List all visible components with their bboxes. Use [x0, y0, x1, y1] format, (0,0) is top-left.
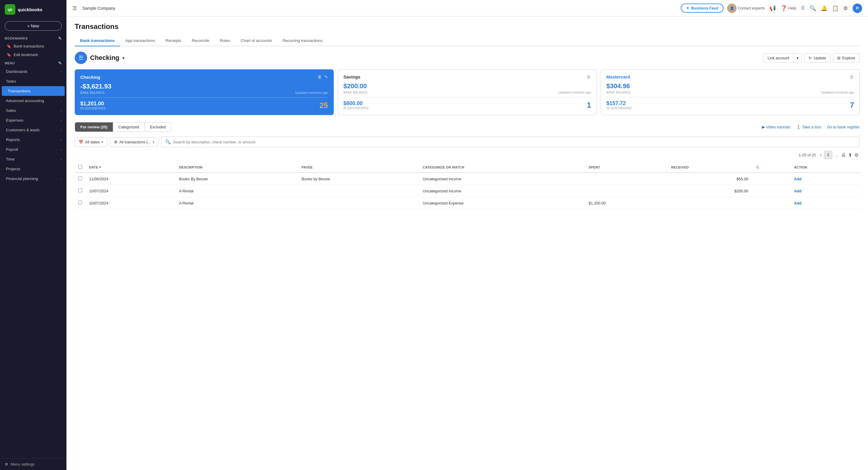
mastercard-card[interactable]: Mastercard 🗑 $304.96 BANK BALANCE Update… — [601, 69, 860, 115]
sidebar-item-financial-planning[interactable]: Financial planning › — [0, 174, 66, 183]
tab-bank-transactions[interactable]: Bank transactions — [75, 35, 120, 46]
tab-chart-of-accounts[interactable]: Chart of accounts — [236, 35, 277, 46]
tab-reconcile[interactable]: Reconcile — [186, 35, 214, 46]
menu-section-header[interactable]: MENU ✎ — [0, 59, 66, 67]
card-header: Savings 🗑 — [343, 74, 591, 79]
date-filter-dropdown[interactable]: 📅 All dates ▾ — [75, 137, 107, 147]
trash-icon[interactable]: 🗑 — [317, 74, 322, 80]
tab-recurring-transactions[interactable]: Recurring transactions — [277, 35, 328, 46]
link-account-dropdown-button[interactable]: ▾ — [794, 54, 802, 62]
add-button[interactable]: Add — [794, 177, 802, 181]
select-all-checkbox[interactable] — [78, 165, 82, 169]
notifications-icon[interactable]: 🔔 — [821, 5, 827, 11]
tab-rules[interactable]: Rules — [214, 35, 236, 46]
megaphone-icon[interactable]: 📢 — [769, 5, 776, 11]
bookmarks-section-header[interactable]: BOOKMARKS ✎ — [0, 34, 66, 42]
edit-menu-icon[interactable]: ✎ — [58, 61, 62, 66]
trash-icon[interactable]: 🗑 — [850, 74, 854, 79]
settings-icon[interactable]: ⚙ — [843, 5, 848, 11]
tab-app-transactions[interactable]: App transactions — [120, 35, 160, 46]
filter-tab-for-review[interactable]: For review (25) — [75, 123, 113, 132]
user-avatar[interactable]: R — [852, 4, 862, 13]
sidebar: qb quickbooks + New BOOKMARKS ✎ 🔖 Bank t… — [0, 0, 66, 470]
sidebar-item-tasks[interactable]: Tasks — [0, 76, 66, 86]
transaction-type-dropdown[interactable]: ⚙ All transactions (... ▾ — [110, 137, 158, 147]
edit-icon[interactable]: ✎ — [324, 74, 328, 80]
sidebar-item-time[interactable]: Time › — [0, 154, 66, 164]
search-box[interactable]: 🔍 — [161, 137, 860, 147]
row-checkbox[interactable] — [78, 201, 82, 204]
add-button[interactable]: Add — [794, 189, 802, 193]
video-tutorials-link[interactable]: ▶ Video tutorials — [762, 125, 790, 129]
link-account-button[interactable]: Link account — [764, 54, 794, 62]
sidebar-item-expenses[interactable]: Expenses › — [0, 115, 66, 125]
row-description: A Rental — [176, 197, 298, 209]
payee-header: PAYEE — [298, 162, 419, 173]
add-button[interactable]: Add — [794, 201, 802, 205]
update-button[interactable]: ↻ Update — [804, 54, 831, 63]
bookmark-edit-label: Edit bookmark — [13, 53, 38, 57]
take-a-tour-link[interactable]: 🚶 Take a tour — [796, 125, 821, 129]
table-row: 10/07/2024 A Rental Uncategorized Income… — [75, 185, 860, 197]
filter-tab-categorized[interactable]: Categorized — [113, 123, 145, 132]
card-bank-label: BANK BALANCE — [343, 91, 368, 94]
edit-bookmarks-icon[interactable]: ✎ — [58, 36, 62, 41]
page-1-button[interactable]: 1 — [824, 151, 832, 159]
sidebar-item-advanced-accounting[interactable]: Advanced accounting › — [0, 96, 66, 106]
tab-receipts[interactable]: Receipts — [160, 35, 187, 46]
hamburger-icon[interactable]: ☰ — [72, 5, 77, 11]
sidebar-item-reports[interactable]: Reports › — [0, 135, 66, 144]
sidebar-item-customers-leads[interactable]: Customers & leads › — [0, 125, 66, 135]
update-icon: ↻ — [809, 56, 812, 60]
bookmarks-label: BOOKMARKS — [5, 37, 28, 40]
export-button[interactable]: ⬆ — [848, 152, 852, 158]
link-account-group: Link account ▾ — [763, 54, 802, 63]
transaction-filter-chevron: ▾ — [153, 140, 154, 144]
card-name: Savings — [343, 74, 361, 79]
company-name: Sample Company — [83, 6, 115, 11]
bookmark-bank-transactions[interactable]: 🔖 Bank transactions — [0, 42, 66, 51]
account-icon: ☰ — [75, 52, 87, 64]
help-action[interactable]: ❓ Help — [781, 5, 796, 11]
print-button[interactable]: 🖨 — [841, 152, 846, 158]
sidebar-logo: qb quickbooks — [0, 0, 66, 19]
bookmark-edit-bookmark[interactable]: 🔖 Edit bookmark — [0, 51, 66, 59]
row-checkbox[interactable] — [78, 189, 82, 192]
account-actions: Link account ▾ ↻ Update ⊞ Explore — [763, 54, 860, 63]
table-settings-icon[interactable]: ⚙ — [855, 152, 859, 158]
go-to-bank-register-link[interactable]: Go to bank register — [827, 125, 860, 129]
clipboard-icon[interactable]: 📋 — [832, 5, 838, 11]
search-input[interactable] — [173, 140, 856, 144]
explore-button[interactable]: ⊞ Explore — [833, 54, 860, 63]
card-header: Mastercard 🗑 — [606, 74, 854, 79]
new-button[interactable]: + New — [5, 21, 62, 31]
search-icon[interactable]: 🔍 — [809, 5, 816, 11]
chevron-icon: › — [61, 177, 62, 180]
business-feed-icon: ✦ — [686, 6, 689, 10]
menu-settings[interactable]: ⚙ Menu settings — [0, 458, 66, 470]
sidebar-item-transactions[interactable]: Transactions › — [2, 86, 65, 96]
filter-icon: ⚙ — [114, 140, 118, 144]
account-title: Checking — [90, 54, 119, 62]
prev-page-button[interactable]: ‹ — [820, 152, 822, 158]
menu-settings-label: Menu settings — [11, 462, 35, 466]
sidebar-item-payroll[interactable]: Payroll › — [0, 144, 66, 154]
contact-experts-action[interactable]: 👤 Contact experts — [727, 4, 765, 13]
sidebar-item-projects[interactable]: Projects — [0, 164, 66, 174]
trash-icon[interactable]: 🗑 — [587, 74, 591, 79]
savings-card[interactable]: Savings 🗑 $200.00 BANK BALANCE Updated m… — [338, 69, 597, 115]
date-header[interactable]: DATE ▾ — [86, 162, 176, 173]
search-icon: 🔍 — [165, 139, 171, 144]
row-checkbox[interactable] — [78, 176, 82, 180]
account-dropdown-icon[interactable]: ▾ — [122, 55, 125, 61]
row-action: Add — [790, 197, 860, 209]
sidebar-item-sales[interactable]: Sales › — [0, 106, 66, 115]
sidebar-item-dashboards[interactable]: Dashboards › — [0, 67, 66, 76]
card-bank-balance: $304.96 — [606, 82, 854, 90]
filter-tab-excluded[interactable]: Excluded — [145, 123, 171, 132]
select-all-header[interactable] — [75, 162, 86, 173]
bookmark-icon: 🔖 — [6, 44, 11, 48]
checking-card[interactable]: Checking 🗑 ✎ -$3,621.93 BANK BALANCE Upd… — [75, 69, 334, 115]
business-feed-button[interactable]: ✦ Business Feed — [681, 4, 723, 13]
apps-icon[interactable]: ⠿ — [801, 5, 805, 11]
